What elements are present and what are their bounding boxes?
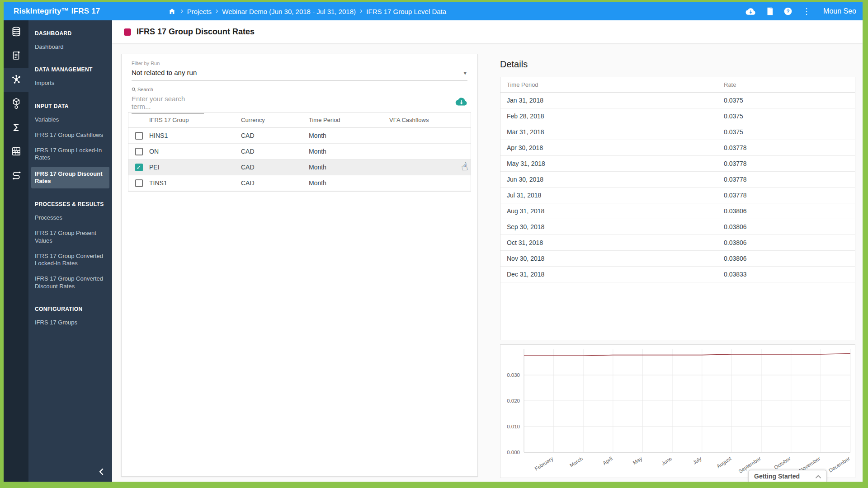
getting-started-panel[interactable]: Getting Started bbox=[748, 470, 827, 482]
abacus-icon bbox=[10, 145, 22, 159]
more-menu-icon[interactable]: ⋮ bbox=[802, 7, 811, 15]
sidebar-section-header: CONFIGURATION bbox=[28, 302, 112, 315]
y-axis-tick-label: 0.010 bbox=[507, 424, 520, 429]
table-row[interactable]: TINS1CADMonth bbox=[128, 175, 471, 191]
screen: RiskIntegrity™ IFRS 17 ›Projects›Webinar… bbox=[4, 2, 863, 482]
cell-rate: 0.0375 bbox=[724, 97, 855, 104]
filter-by-run-label: Filter by Run bbox=[132, 61, 467, 66]
search-input[interactable]: Enter your search term... bbox=[132, 95, 204, 114]
cell-time-period: Month bbox=[309, 164, 389, 171]
header-actions: ? ⋮ Moun Seo bbox=[745, 2, 856, 20]
details-row[interactable]: May 31, 20180.03778 bbox=[500, 156, 855, 172]
filter-by-run-select[interactable]: Filter by Run Not related to any run ▾ bbox=[132, 61, 467, 80]
details-row[interactable]: Mar 31, 20180.0375 bbox=[500, 124, 855, 140]
breadcrumb-item[interactable]: Projects bbox=[187, 8, 212, 15]
details-row[interactable]: Jul 31, 20180.03778 bbox=[500, 188, 855, 203]
cell-rate: 0.03806 bbox=[724, 223, 855, 230]
breadcrumb-item[interactable]: Webinar Demo (Jun 30, 2018 - Jul 31, 201… bbox=[222, 8, 356, 15]
mouse-cursor: ☝ bbox=[460, 160, 468, 174]
table-row[interactable]: ✓PEICADMonth bbox=[128, 160, 471, 175]
breadcrumb-separator-icon: › bbox=[360, 7, 362, 15]
page-title: IFRS 17 Group Discount Rates bbox=[137, 27, 255, 37]
table-row[interactable]: HINS1CADMonth bbox=[128, 128, 471, 144]
user-name[interactable]: Moun Seo bbox=[823, 7, 856, 15]
cell-currency: CAD bbox=[241, 148, 309, 155]
search-icon bbox=[132, 87, 136, 92]
checkbox-unchecked[interactable] bbox=[135, 148, 143, 155]
cell-time-period: Month bbox=[309, 132, 389, 139]
details-row[interactable]: Jun 30, 20180.03778 bbox=[500, 172, 855, 188]
home-icon[interactable] bbox=[168, 7, 176, 15]
details-row[interactable]: Aug 31, 20180.03806 bbox=[500, 203, 855, 219]
search-field[interactable]: Search Enter your search term... bbox=[132, 87, 467, 114]
details-row[interactable]: Jan 31, 20180.0375 bbox=[500, 93, 855, 108]
cell-time-period: Apr 30, 2018 bbox=[500, 144, 724, 151]
sidebar-section-header: DATA MANAGEMENT bbox=[28, 63, 112, 75]
chevron-down-icon: ▾ bbox=[463, 70, 467, 76]
table-row[interactable]: ONCADMonth bbox=[128, 144, 471, 160]
rail-item-database[interactable] bbox=[4, 20, 28, 44]
y-axis-tick-label: 0.020 bbox=[507, 398, 520, 404]
sidebar-item-ifrs-17-group-converted-locked-in-rates[interactable]: IFRS 17 Group Converted Locked-In Rates bbox=[28, 249, 112, 272]
app-brand: RiskIntegrity™ IFRS 17 bbox=[14, 7, 100, 16]
checkbox-unchecked[interactable] bbox=[135, 179, 143, 187]
sidebar-item-processes[interactable]: Processes bbox=[28, 210, 112, 225]
column-header: Currency bbox=[241, 117, 309, 123]
rail-item-network[interactable] bbox=[4, 68, 28, 92]
sidebar-item-ifrs-17-group-cashflows[interactable]: IFRS 17 Group Cashflows bbox=[28, 127, 112, 143]
cell-time-period: May 31, 2018 bbox=[500, 160, 724, 167]
details-row[interactable]: Oct 31, 20180.03806 bbox=[500, 235, 855, 251]
cell-rate: 0.03778 bbox=[724, 160, 855, 167]
rail-item-abacus[interactable] bbox=[4, 140, 28, 164]
cell-time-period: Aug 31, 2018 bbox=[500, 207, 724, 215]
rail-item-process-flow[interactable] bbox=[4, 164, 28, 188]
sidebar-item-ifrs-17-groups[interactable]: IFRS 17 Groups bbox=[28, 315, 112, 330]
rail-item-package[interactable] bbox=[4, 92, 28, 116]
row-checkbox-cell: ✓ bbox=[128, 164, 149, 171]
details-row[interactable]: Sep 30, 20180.03806 bbox=[500, 219, 855, 235]
sidebar-collapse-button[interactable] bbox=[97, 468, 106, 477]
cell-time-period: Mar 31, 2018 bbox=[500, 128, 724, 136]
x-axis-tick-label: August bbox=[716, 455, 732, 469]
release-notes-icon[interactable] bbox=[766, 7, 774, 16]
row-checkbox-cell bbox=[128, 132, 149, 140]
sidebar-item-ifrs-17-group-present-values[interactable]: IFRS 17 Group Present Values bbox=[28, 225, 112, 249]
details-row[interactable]: Feb 28, 20180.0375 bbox=[500, 108, 855, 124]
network-icon bbox=[10, 73, 23, 88]
sidebar-item-imports[interactable]: Imports bbox=[28, 75, 112, 91]
details-row[interactable]: Dec 31, 20180.03833 bbox=[500, 267, 855, 282]
sidebar-item-variables[interactable]: Variables bbox=[28, 112, 112, 127]
sidebar-section: PROCESSES & RESULTSProcessesIFRS 17 Grou… bbox=[28, 191, 112, 296]
row-checkbox-cell bbox=[128, 148, 149, 155]
getting-started-label: Getting Started bbox=[754, 473, 800, 480]
details-row[interactable]: Apr 30, 20180.03778 bbox=[500, 140, 855, 156]
checkbox-checked[interactable]: ✓ bbox=[135, 164, 143, 171]
rail-item-sigma[interactable] bbox=[4, 116, 28, 140]
help-icon[interactable]: ? bbox=[783, 7, 793, 16]
cell-rate: 0.03806 bbox=[724, 255, 855, 262]
column-header: IFRS 17 Group bbox=[149, 117, 241, 123]
sidebar-item-ifrs-17-group-discount-rates[interactable]: IFRS 17 Group Discount Rates bbox=[31, 167, 109, 189]
cell-time-period: Month bbox=[309, 148, 389, 155]
cloud-download-icon[interactable] bbox=[745, 8, 756, 15]
sidebar-item-ifrs-17-group-converted-discount-rates[interactable]: IFRS 17 Group Converted Discount Rates bbox=[28, 271, 112, 294]
sidebar-item-ifrs-17-group-locked-in-rates[interactable]: IFRS 17 Group Locked-In Rates bbox=[28, 143, 112, 166]
cell-currency: CAD bbox=[241, 132, 309, 139]
rail-item-report[interactable] bbox=[4, 44, 28, 68]
cell-rate: 0.03833 bbox=[724, 271, 855, 278]
cell-time-period: Feb 28, 2018 bbox=[500, 113, 724, 120]
breadcrumb-separator-icon: › bbox=[216, 7, 218, 15]
breadcrumb-item[interactable]: IFRS 17 Group Level Data bbox=[366, 8, 446, 15]
sigma-icon bbox=[11, 122, 22, 135]
cloud-download-teal-icon[interactable] bbox=[455, 97, 467, 107]
cell-currency: CAD bbox=[241, 179, 309, 187]
database-icon bbox=[10, 26, 22, 39]
sidebar-section-header: PROCESSES & RESULTS bbox=[28, 197, 112, 210]
sidebar-item-dashboard[interactable]: Dashboard bbox=[28, 39, 112, 55]
checkbox-unchecked[interactable] bbox=[135, 132, 143, 140]
chevron-up-icon[interactable] bbox=[816, 472, 821, 480]
cell-rate: 0.03806 bbox=[724, 239, 855, 246]
cell-rate: 0.03778 bbox=[724, 176, 855, 183]
details-row[interactable]: Nov 30, 20180.03806 bbox=[500, 251, 855, 267]
filter-by-run-value[interactable]: Not related to any run ▾ bbox=[132, 69, 467, 80]
